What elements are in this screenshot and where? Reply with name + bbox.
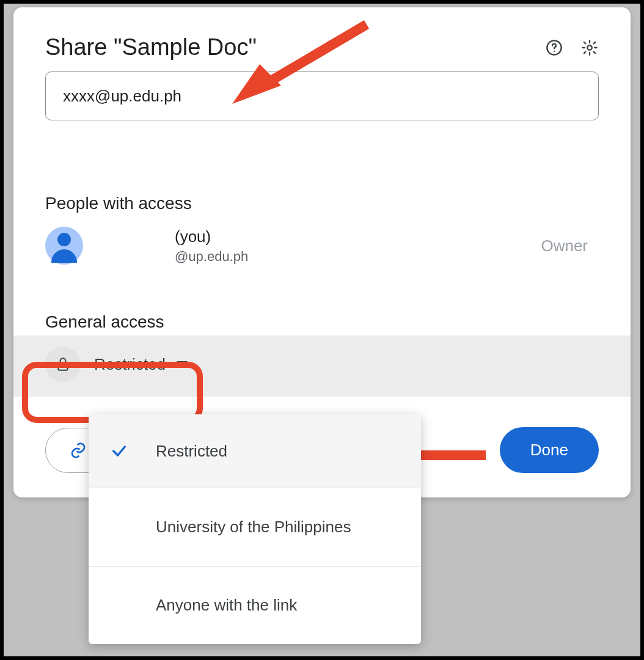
svg-point-1 <box>554 50 555 51</box>
general-access-selected-label: Restricted <box>94 355 166 374</box>
menu-option-org[interactable]: University of the Philippines <box>89 488 421 566</box>
general-access-heading: General access <box>13 312 631 332</box>
svg-point-2 <box>587 45 591 50</box>
person-info: (you) @up.edu.ph <box>101 227 541 265</box>
people-with-access-section: People with access (you) @up.edu.ph Owne… <box>13 194 631 278</box>
menu-option-anyone[interactable]: Anyone with the link <box>89 566 421 644</box>
add-people-input[interactable] <box>45 72 599 120</box>
people-with-access-heading: People with access <box>13 194 631 213</box>
general-access-dropdown[interactable]: Restricted <box>94 355 188 374</box>
person-email: @up.edu.ph <box>175 249 248 265</box>
menu-option-label: Anyone with the link <box>156 596 297 615</box>
done-button[interactable]: Done <box>500 427 599 473</box>
general-access-row: Restricted <box>13 336 631 397</box>
person-row: (you) @up.edu.ph Owner <box>13 213 631 278</box>
person-name-you: (you) <box>175 227 211 246</box>
menu-option-restricted[interactable]: Restricted <box>89 414 421 488</box>
general-access-menu: Restricted University of the Philippines… <box>89 414 421 644</box>
dialog-header: Share "Sample Doc" <box>13 7 631 72</box>
lock-icon <box>45 346 81 382</box>
help-icon[interactable] <box>545 38 563 57</box>
dialog-title: Share "Sample Doc" <box>45 34 528 61</box>
gear-icon[interactable] <box>580 38 599 57</box>
avatar <box>45 227 83 265</box>
person-role: Owner <box>541 237 588 255</box>
general-access-section: General access Restricted <box>13 312 631 397</box>
menu-option-label: Restricted <box>156 442 227 461</box>
caret-down-icon <box>177 361 188 368</box>
email-input-row <box>13 72 631 120</box>
check-icon <box>107 442 131 460</box>
menu-option-label: University of the Philippines <box>156 518 351 537</box>
link-icon <box>69 441 87 460</box>
svg-point-4 <box>62 366 64 368</box>
